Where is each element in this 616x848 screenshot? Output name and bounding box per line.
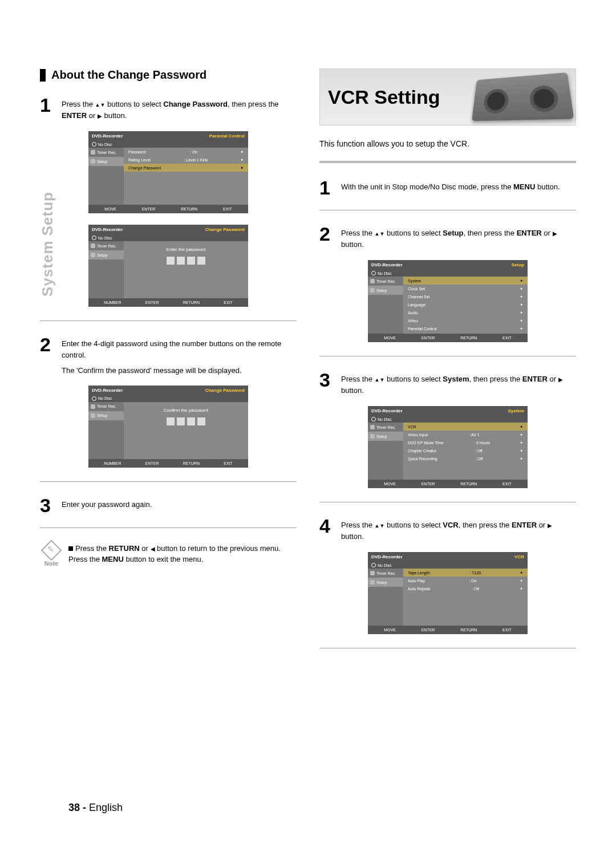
bullet-icon	[68, 546, 73, 551]
t: button.	[102, 111, 127, 120]
f: EXIT	[502, 336, 512, 340]
f: MOVE	[384, 482, 396, 486]
k: Quick Recording	[408, 457, 437, 461]
f: ENTER	[145, 461, 159, 465]
t: Press the	[341, 375, 375, 383]
right-column: VCR Setting This function allows you to …	[319, 68, 576, 656]
right-step-4: 4 Press the buttons to select VCR, then …	[319, 516, 576, 542]
osd-row: Clock Set▸	[403, 285, 528, 293]
t: button to exit the menu.	[124, 555, 203, 563]
osd-title: DVD-Recorder	[371, 262, 403, 267]
left-column: About the Change Password 1 Press the bu…	[40, 68, 297, 656]
chevron-right-icon: ▸	[241, 157, 244, 162]
osd-row-highlight: Change Password▸	[124, 164, 248, 172]
right-icon	[548, 521, 552, 529]
t: Press the	[341, 521, 375, 529]
t: ENTER	[62, 111, 87, 120]
k: Video	[408, 319, 418, 323]
divider	[319, 356, 576, 356]
v: : On	[190, 150, 197, 154]
k: VCR	[408, 425, 416, 429]
t: , then press the	[228, 100, 279, 108]
k: Clock Set	[408, 287, 425, 291]
osd-nodisc: No Disc	[368, 416, 528, 423]
f: EXIT	[224, 461, 233, 465]
thick-divider	[319, 161, 576, 163]
osd-vcr: DVD-RecorderVCR No Disc Timer Rec. Setup…	[368, 552, 528, 634]
k: Language	[408, 303, 425, 307]
f: RETURN	[183, 461, 200, 465]
chevron-right-icon: ▸	[521, 302, 523, 307]
f: MOVE	[384, 628, 396, 632]
k: Password	[128, 150, 146, 154]
gear-icon	[370, 580, 375, 585]
heading-bar	[40, 69, 46, 82]
osd-section: Change Password	[205, 227, 245, 232]
osd-section: Setup	[512, 262, 524, 267]
osd-row: Quick Recording: Off▸	[403, 455, 528, 462]
osd-nodisc: No Disc	[88, 234, 248, 241]
osd-prompt: Confirm the password	[124, 402, 248, 415]
k: Parental Control	[408, 327, 437, 331]
osd-section: Change Password	[205, 388, 245, 393]
f: ENTER	[145, 301, 159, 305]
osd-title: DVD-Recorder	[92, 227, 123, 232]
t: , then press the	[469, 375, 522, 383]
osd-section: System	[508, 408, 524, 413]
f: RETURN	[460, 482, 477, 486]
timer-icon	[370, 571, 375, 575]
right-step-2: 2 Press the buttons to select Setup, the…	[319, 224, 576, 250]
right-step-1: 1 With the unit in Stop mode/No Disc mod…	[319, 178, 576, 197]
f: ENTER	[422, 628, 435, 632]
f: NUMBER	[104, 301, 121, 305]
osd-side-timer: Timer Rec.	[368, 277, 403, 286]
chevron-right-icon: ▸	[521, 326, 523, 331]
osd-side-timer: Timer Rec.	[368, 569, 403, 578]
t: Timer Rec.	[97, 244, 116, 248]
k: Tape Length	[408, 571, 430, 575]
t: buttons to select	[384, 521, 443, 529]
chevron-right-icon: ▸	[241, 165, 244, 170]
osd-nodisc: No Disc	[88, 141, 248, 148]
t: or	[537, 521, 548, 529]
t: or	[548, 375, 558, 383]
chevron-right-icon: ▸	[521, 310, 523, 315]
vhs-tape-icon	[472, 72, 574, 121]
osd-system: DVD-RecorderSystem No Disc Timer Rec. Se…	[368, 406, 528, 488]
t: With the unit in Stop mode/No Disc mode,…	[341, 182, 513, 191]
osd-nodisc: No Disc	[368, 270, 528, 277]
step-text: Press the buttons to select System, then…	[341, 370, 576, 396]
f: ENTER	[422, 336, 435, 340]
vcr-title: VCR Setting	[328, 86, 440, 108]
t: Setup	[376, 581, 387, 585]
v: : Off	[475, 449, 483, 453]
osd-row: Parental Control▸	[403, 324, 528, 332]
osd-row: Language▸	[403, 301, 528, 309]
divider	[40, 481, 297, 482]
f: MOVE	[384, 336, 396, 340]
t: Setup	[376, 289, 387, 293]
v: : Level 1 Kids	[184, 158, 208, 162]
t: button.	[341, 240, 364, 249]
divider	[319, 210, 576, 210]
intro-text: This function allows you to setup the VC…	[319, 139, 576, 148]
t: Press the	[62, 100, 95, 108]
chevron-right-icon: ▸	[521, 456, 523, 461]
k: System	[408, 279, 421, 283]
note-block: Note Press the RETURN or button to retur…	[40, 543, 297, 567]
v: : AV 1	[469, 433, 480, 437]
t: VCR	[443, 521, 458, 529]
t: Timer Rec.	[376, 279, 396, 283]
k: Auto Play	[408, 579, 425, 583]
t: Setup	[97, 253, 107, 257]
vcr-title-banner: VCR Setting	[319, 68, 576, 125]
k: Audio	[408, 311, 418, 315]
t: Setup	[97, 160, 107, 164]
osd-row-highlight: Tape Length: T120▸	[403, 569, 528, 577]
gear-icon	[91, 159, 95, 164]
step-text: With the unit in Stop mode/No Disc mode,…	[341, 178, 576, 197]
osd-row: Video▸	[403, 317, 528, 324]
osd-row: Video Input: AV 1▸	[403, 431, 528, 439]
page-language: English	[89, 802, 123, 813]
t: buttons to select	[384, 375, 443, 383]
